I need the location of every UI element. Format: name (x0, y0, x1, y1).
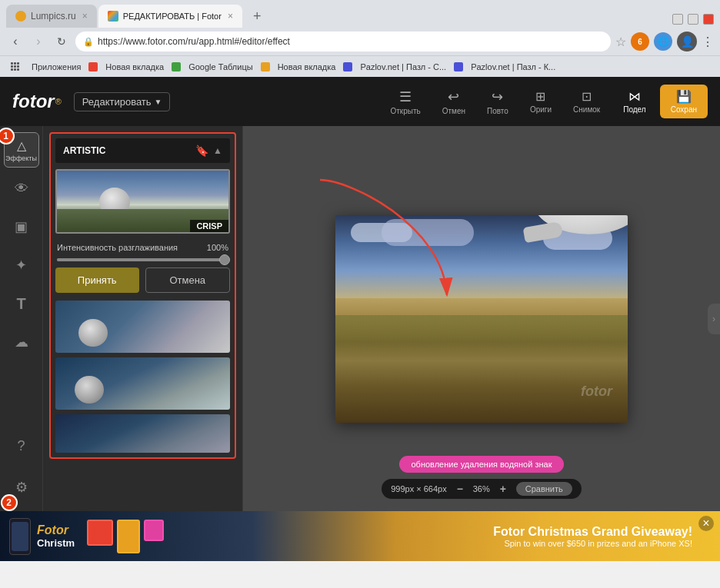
bookmark-pazlov2[interactable]: Pazlov.net | Пазл - К... (466, 61, 560, 73)
sticker-icon: ☁ (15, 334, 28, 350)
apps-icon[interactable] (6, 61, 24, 72)
app-body: △ Эффекты 1 👁 ▣ ✦ T ☁ (0, 126, 720, 511)
toolbar-original[interactable]: ⊞ Ориги (521, 85, 561, 118)
back-button[interactable]: ‹ (6, 32, 25, 51)
app-toolbar: fotor ® Редактировать ▼ ☰ Открыть ↩ Отме… (0, 77, 720, 126)
annotation-badge-1: 1 (0, 128, 15, 145)
bookmark-newtab2[interactable]: Новая вкладка (273, 61, 341, 73)
bookmark-pazlov1[interactable]: Pazlov.net | Пазл - С... (355, 61, 451, 73)
forward-button[interactable]: › (29, 32, 48, 51)
section-header[interactable]: ARTISTIC 🔖 ▲ (55, 138, 230, 163)
sidebar-item-filter[interactable]: 👁 (4, 171, 39, 206)
maximize-button[interactable] (688, 14, 698, 25)
toolbar-actions: ☰ Открыть ↩ Отмен ↪ Повто ⊞ Ориги ⊡ Сним… (381, 84, 708, 120)
action-buttons: Принять Отмена (55, 267, 230, 293)
intensity-section: Интенсивность разглаживания 100% (55, 240, 230, 267)
edit-menu-button[interactable]: Редактировать ▼ (74, 92, 171, 111)
refresh-button[interactable]: ↻ (52, 32, 71, 51)
effects-label: Эффекты (5, 154, 37, 162)
photo-display: fotor (335, 215, 628, 423)
minimize-button[interactable] (672, 14, 683, 25)
zoom-minus[interactable]: − (453, 482, 467, 496)
new-tab-button[interactable]: + (244, 5, 271, 28)
edit-menu-label: Редактировать (82, 96, 152, 108)
effects-panel-container: ARTISTIC 🔖 ▲ (43, 126, 243, 511)
app-logo: fotor ® (12, 91, 62, 112)
browser-titlebar: Lumpics.ru × РЕДАКТИРОВАТЬ | Fotor × + (0, 0, 720, 28)
collapse-icon[interactable]: ▲ (213, 145, 222, 156)
logo-registered: ® (55, 97, 62, 106)
effects-panel-border: ARTISTIC 🔖 ▲ (49, 132, 236, 459)
bookmark-icon: 🔖 (195, 145, 208, 157)
intensity-slider[interactable] (57, 258, 228, 261)
tab1-label: Lumpics.ru (31, 11, 76, 22)
effect-thumb-2[interactable] (55, 301, 230, 353)
banner-logo: Fotor (37, 523, 75, 537)
right-scroll-strip[interactable]: › (708, 304, 720, 334)
sidebar-item-text[interactable]: T (4, 286, 39, 321)
annotation-badge-2: 2 (1, 494, 18, 511)
effect-thumb-3[interactable] (55, 357, 230, 410)
bookmarks-bar: Приложения Новая вкладка Google Таблицы … (0, 55, 720, 77)
ext-icon-2[interactable]: 🌐 (654, 32, 672, 51)
app-container: fotor ® Редактировать ▼ ☰ Открыть ↩ Отме… (0, 77, 720, 511)
lock-icon: 🔒 (83, 37, 94, 47)
ext-icon-1[interactable]: 6 (631, 32, 649, 51)
address-bar-row: ‹ › ↻ 🔒 https://www.fotor.com/ru/app.htm… (0, 28, 720, 55)
edit-menu-arrow: ▼ (155, 98, 162, 106)
sidebar-item-sticker[interactable]: ☁ (4, 324, 39, 360)
sidebar-item-settings[interactable]: ⚙ 2 (4, 470, 39, 505)
address-input[interactable]: 🔒 https://www.fotor.com/ru/app.html#/edi… (75, 32, 611, 51)
selected-effect-item[interactable]: CRISP (55, 169, 230, 234)
right-arrow-icon: › (712, 314, 715, 324)
toolbar-open[interactable]: ☰ Открыть (381, 84, 429, 120)
effect-thumb-4[interactable] (55, 414, 230, 453)
zoom-bar: 999px × 664px − 36% + Сравнить (382, 479, 582, 499)
browser-chrome: Lumpics.ru × РЕДАКТИРОВАТЬ | Fotor × + ‹… (0, 0, 720, 77)
toolbar-save[interactable]: 💾 Сохран (660, 85, 708, 118)
url-text: https://www.fotor.com/ru/app.html#/edito… (98, 36, 290, 47)
cancel-button[interactable]: Отмена (145, 267, 231, 293)
toolbar-redo[interactable]: ↪ Повто (478, 84, 518, 120)
watermark: fotor (581, 384, 612, 400)
tab2-label: РЕДАКТИРОВАТЬ | Fotor (123, 12, 222, 21)
banner-logo-sub: Christm (37, 537, 75, 549)
banner-ad: Fotor Christm Fotor Christmas Grand Give… (0, 511, 720, 561)
canvas-area: fotor обновление удаления водяной знак 9… (243, 126, 720, 511)
banner-title: Fotor Christmas Grand Giveaway! (493, 525, 692, 539)
profile-icon[interactable]: 👤 (677, 32, 697, 51)
bookmark-star[interactable]: ☆ (615, 35, 626, 49)
close-window-button[interactable] (703, 14, 714, 25)
banner-close-button[interactable]: × (698, 516, 714, 531)
effects-icon: △ (17, 138, 26, 153)
tab-lumpics[interactable]: Lumpics.ru × (6, 5, 97, 28)
bookmark-newtab1[interactable]: Новая вкладка (101, 61, 168, 73)
banner-content: Fotor Christmas Grand Giveaway! Spin to … (172, 525, 711, 548)
sidebar-item-help[interactable]: ? (4, 428, 39, 463)
accept-button[interactable]: Принять (55, 267, 139, 293)
update-badge[interactable]: обновление удаления водяной знак (399, 456, 565, 473)
toolbar-snapshot[interactable]: ⊡ Снимок (564, 85, 609, 118)
tab1-close[interactable]: × (82, 11, 88, 22)
compare-button[interactable]: Сравнить (516, 482, 572, 496)
slider-thumb[interactable] (219, 254, 230, 265)
retouch-icon: ✦ (15, 257, 27, 274)
zoom-level: 36% (473, 484, 490, 493)
intensity-value: 100% (207, 243, 228, 252)
banner-subtitle: Spin to win over $650 in prizes and an i… (504, 539, 692, 548)
settings-icon: ⚙ (15, 479, 28, 496)
bookmark-sheets[interactable]: Google Таблицы (184, 61, 257, 73)
sidebar-item-adjust[interactable]: ▣ (4, 209, 39, 244)
tab-fotor[interactable]: РЕДАКТИРОВАТЬ | Fotor × (98, 5, 242, 28)
tab2-close[interactable]: × (228, 11, 233, 22)
text-icon: T (16, 295, 25, 313)
left-sidebar: △ Эффекты 1 👁 ▣ ✦ T ☁ (0, 126, 43, 511)
toolbar-share[interactable]: ⋈ Подел (612, 85, 656, 118)
bottom-controls: обновление удаления водяной знак 999px ×… (382, 456, 582, 499)
zoom-plus[interactable]: + (496, 482, 510, 496)
section-label: ARTISTIC (63, 145, 105, 156)
menu-dots[interactable]: ⋮ (702, 35, 714, 49)
bookmark-apps[interactable]: Приложения (27, 61, 85, 73)
toolbar-undo[interactable]: ↩ Отмен (433, 84, 475, 120)
sidebar-item-retouch[interactable]: ✦ (4, 247, 39, 283)
